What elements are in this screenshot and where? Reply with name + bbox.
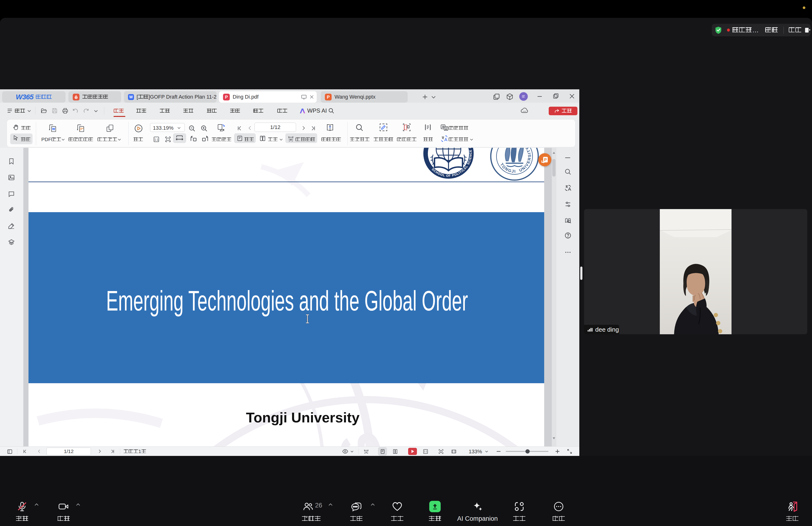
svg-text:S: S — [326, 423, 396, 446]
svg-text:P: P — [327, 95, 330, 99]
svg-text:W: W — [129, 95, 133, 99]
svg-text:P: P — [225, 95, 228, 99]
svg-text:P: P — [544, 157, 547, 162]
svg-text:1:1: 1:1 — [154, 138, 158, 141]
svg-text:1:1: 1:1 — [424, 450, 427, 453]
